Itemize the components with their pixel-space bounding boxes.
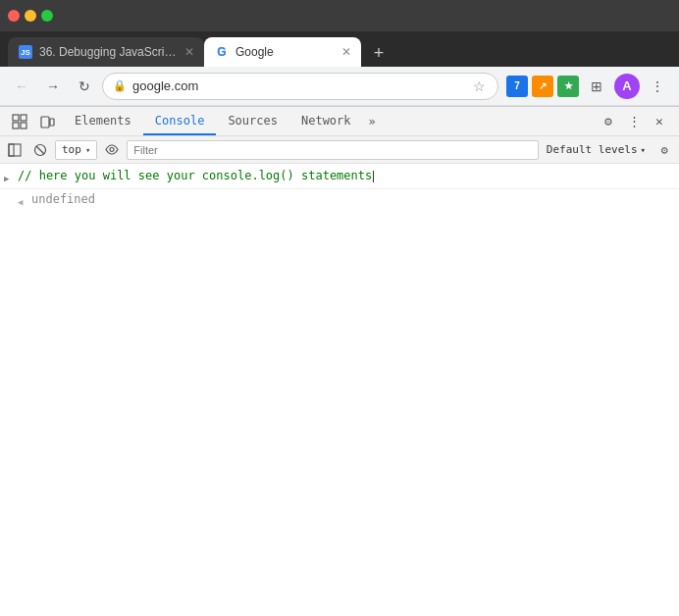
url-text: google.com [132, 78, 465, 93]
devtools-panel: Elements Console Sources Network » ⚙ ⋮ ✕ [0, 106, 679, 616]
result-expand-icon: ◀ [18, 190, 31, 211]
result-content: undefined [31, 190, 675, 208]
tab-network[interactable]: Network [289, 107, 363, 135]
browser-tab-debug[interactable]: JS 36. Debugging JavaScript... ✕ [8, 37, 204, 67]
filter-input-wrap [127, 140, 539, 160]
context-selector[interactable]: top ▾ [55, 140, 97, 160]
tab-close-debug[interactable]: ✕ [184, 46, 194, 58]
extension-badge-icon[interactable]: 7 [506, 76, 528, 97]
star-button[interactable]: ☆ [471, 77, 488, 96]
maximize-button[interactable] [41, 10, 53, 22]
svg-rect-3 [21, 123, 26, 128]
svg-point-10 [110, 148, 114, 152]
text-cursor [373, 171, 374, 182]
back-button[interactable]: ← [8, 73, 35, 100]
menu-button[interactable]: ⋮ [644, 73, 671, 100]
filter-input[interactable] [127, 140, 539, 160]
browser-actions: 7 ↗ ★ ⊞ A ⋮ [506, 73, 671, 100]
svg-rect-6 [9, 144, 14, 156]
console-clear-icon[interactable] [29, 139, 51, 161]
default-levels-arrow-icon: ▾ [641, 145, 646, 155]
tab-title-google: Google [235, 45, 336, 59]
inspect-icon[interactable] [8, 110, 31, 133]
devtools-more-icon[interactable]: ⋮ [622, 110, 646, 133]
new-tab-button[interactable]: + [365, 39, 392, 67]
tab-console[interactable]: Console [143, 107, 217, 135]
tab-close-google[interactable]: ✕ [341, 46, 351, 58]
devtools-close-icon[interactable]: ✕ [648, 110, 671, 133]
context-arrow-icon: ▾ [85, 145, 90, 155]
nav-bar: ← → ↻ 🔒 google.com ☆ 7 ↗ ★ ⊞ A ⋮ [0, 67, 679, 106]
console-toolbar: top ▾ Default levels ▾ ⚙ [0, 136, 679, 164]
title-bar [0, 0, 679, 31]
devtools-tabs: Elements Console Sources Network » [63, 107, 593, 135]
svg-rect-0 [13, 115, 19, 121]
default-levels-button[interactable]: Default levels ▾ [543, 143, 650, 156]
lock-icon: 🔒 [113, 79, 127, 92]
tab-favicon-google: G [214, 44, 230, 60]
extension-star-icon[interactable]: ★ [557, 76, 579, 97]
address-bar[interactable]: 🔒 google.com ☆ [102, 73, 498, 100]
svg-rect-5 [50, 119, 54, 126]
address-actions: ☆ [471, 77, 488, 96]
devtools-right-icons: ⚙ ⋮ ✕ [593, 110, 675, 133]
console-settings-icon[interactable]: ⚙ [653, 139, 675, 161]
svg-line-9 [36, 146, 44, 154]
svg-rect-1 [21, 115, 26, 121]
extensions-button[interactable]: ⊞ [583, 73, 610, 100]
tabs-bar: JS 36. Debugging JavaScript... ✕ G Googl… [0, 31, 679, 67]
more-tabs-button[interactable]: » [363, 107, 382, 135]
default-levels-label: Default levels [547, 143, 638, 156]
expand-icon[interactable]: ▶ [4, 167, 18, 187]
devtools-settings-icon[interactable]: ⚙ [597, 110, 620, 133]
close-button[interactable] [8, 10, 20, 22]
tab-title-debug: 36. Debugging JavaScript... [39, 45, 179, 59]
devtools-toolbar: Elements Console Sources Network » ⚙ ⋮ ✕ [0, 107, 679, 136]
tab-sources[interactable]: Sources [216, 107, 289, 135]
log-content: // here you will see your console.log() … [18, 167, 675, 184]
tab-elements[interactable]: Elements [63, 107, 143, 135]
devtools-left-icons [4, 110, 63, 133]
traffic-lights [8, 10, 53, 22]
console-log-line[interactable]: ▶ // here you will see your console.log(… [0, 166, 679, 189]
browser-tab-google[interactable]: G Google ✕ [204, 37, 361, 67]
extension-arrow-icon[interactable]: ↗ [532, 76, 553, 97]
tab-favicon-debug: JS [18, 44, 33, 60]
console-sidebar-icon[interactable] [4, 139, 26, 161]
minimize-button[interactable] [25, 10, 36, 22]
context-label: top [62, 143, 81, 156]
console-output: ▶ // here you will see your console.log(… [0, 164, 679, 616]
device-toolbar-icon[interactable] [35, 110, 59, 133]
console-result-line: ◀ undefined [0, 189, 679, 212]
svg-rect-7 [9, 144, 21, 156]
svg-rect-4 [41, 117, 49, 128]
content-area: Elements Console Sources Network » ⚙ ⋮ ✕ [0, 106, 679, 616]
forward-button[interactable]: → [39, 73, 67, 100]
reload-button[interactable]: ↻ [71, 73, 98, 100]
eye-icon[interactable] [101, 139, 123, 161]
avatar-button[interactable]: A [614, 74, 640, 99]
svg-rect-2 [13, 123, 19, 128]
